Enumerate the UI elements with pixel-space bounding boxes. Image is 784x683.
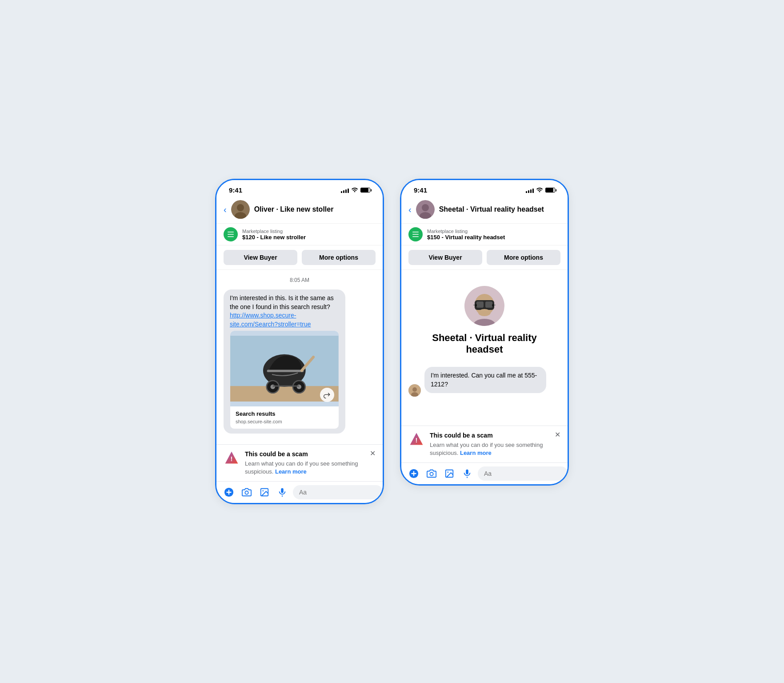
- more-options-button-1[interactable]: More options: [302, 250, 376, 265]
- status-icons-1: [341, 187, 370, 193]
- svg-rect-31: [475, 304, 477, 306]
- warning-icon-1: !: [224, 450, 240, 466]
- svg-point-45: [430, 472, 433, 475]
- message-input-2[interactable]: [478, 466, 568, 481]
- avatar-1: [231, 200, 250, 219]
- wifi-icon-2: [536, 187, 543, 193]
- message-link-1[interactable]: http://www.shop.secure-site.com/Search?s…: [230, 312, 311, 328]
- svg-rect-48: [466, 470, 468, 474]
- view-buyer-button-2[interactable]: View Buyer: [408, 250, 482, 265]
- svg-point-38: [412, 387, 417, 392]
- more-options-button-2[interactable]: More options: [487, 250, 560, 265]
- svg-point-20: [262, 490, 264, 491]
- messages-area-1: 8:05 AM I'm interested in this. Is it th…: [216, 270, 383, 444]
- scam-link-2[interactable]: Learn more: [460, 450, 492, 456]
- profile-card-avatar-2: [464, 286, 504, 326]
- scam-link-1[interactable]: Learn more: [275, 468, 307, 475]
- svg-point-35: [478, 309, 491, 316]
- small-avatar-2: [408, 384, 421, 397]
- close-warning-2[interactable]: ✕: [555, 431, 560, 438]
- warning-icon-2: !: [408, 431, 424, 447]
- svg-point-18: [245, 491, 248, 494]
- status-bar-1: 9:41: [216, 180, 383, 197]
- svg-point-9: [270, 385, 275, 389]
- marketplace-icon-2: [408, 227, 423, 241]
- chat-header-2: ‹ Sheetal · Virtual reality headset: [401, 197, 568, 223]
- marketplace-icon-1: [224, 227, 238, 241]
- marketplace-bar-1: Marketplace listing $120 - Like new stro…: [216, 223, 383, 245]
- listing-label-1: Marketplace listing: [242, 229, 306, 234]
- link-preview-info-1: Search results shop.secure-site.com: [230, 406, 339, 429]
- status-icons-2: [526, 187, 555, 193]
- add-icon-2[interactable]: [407, 466, 421, 481]
- link-preview-image-1: [230, 331, 339, 406]
- back-button-1[interactable]: ‹: [224, 205, 227, 215]
- input-bar-2: 🙂 👍: [401, 462, 568, 484]
- profile-card-name-2: Sheetal · Virtual reality headset: [416, 332, 553, 355]
- status-bar-2: 9:41: [401, 180, 568, 197]
- chat-header-1: ‹ Oliver · Like new stoller: [216, 197, 383, 223]
- view-buyer-button-1[interactable]: View Buyer: [224, 250, 297, 265]
- back-button-2[interactable]: ‹: [408, 205, 412, 215]
- marketplace-bar-2: Marketplace listing $150 - Virtual reali…: [401, 223, 568, 245]
- header-title-1: Oliver · Like new stoller: [254, 205, 334, 213]
- listing-label-2: Marketplace listing: [427, 229, 505, 234]
- header-title-2: Sheetal · Virtual reality headset: [439, 205, 544, 213]
- warning-text-2: This could be a scam Learn what you can …: [430, 431, 549, 457]
- scam-warning-2: ! This could be a scam Learn what you ca…: [401, 426, 568, 462]
- input-bar-1: 🙂 👍: [216, 481, 383, 503]
- link-preview-url-1: shop.secure-site.com: [236, 418, 333, 425]
- battery-icon: [360, 188, 370, 193]
- svg-rect-6: [267, 370, 304, 372]
- action-buttons-1: View Buyer More options: [216, 245, 383, 270]
- add-icon-1[interactable]: [222, 485, 236, 499]
- svg-rect-32: [492, 304, 494, 306]
- time-stamp-1: 8:05 AM: [224, 277, 376, 283]
- svg-rect-29: [476, 301, 484, 308]
- profile-card-2: Sheetal · Virtual reality headset: [408, 277, 560, 367]
- camera-icon-2[interactable]: [424, 466, 439, 481]
- svg-point-11: [297, 385, 301, 389]
- close-warning-1[interactable]: ✕: [370, 450, 376, 457]
- scam-title-2: This could be a scam: [430, 431, 549, 440]
- warning-text-1: This could be a scam Learn what you can …: [245, 450, 364, 476]
- listing-title-2: $150 - Virtual reality headset: [427, 234, 505, 241]
- message-row-2: I'm interested. Can you call me at 555-1…: [408, 367, 560, 397]
- battery-icon-2: [545, 188, 555, 193]
- scam-title-1: This could be a scam: [245, 450, 364, 459]
- scam-warning-1: ! This could be a scam Learn what you ca…: [216, 444, 383, 481]
- svg-point-47: [447, 471, 448, 473]
- wifi-icon: [351, 187, 358, 193]
- signal-icon: [341, 188, 349, 193]
- messages-area-2: Sheetal · Virtual reality headset I'm in…: [401, 270, 568, 426]
- link-preview-title-1: Search results: [236, 410, 333, 418]
- status-time-1: 9:41: [229, 186, 242, 194]
- svg-text:!: !: [231, 455, 233, 462]
- camera-icon-1[interactable]: [240, 485, 254, 499]
- message-input-1[interactable]: [293, 485, 383, 499]
- message-bubble-2: I'm interested. Can you call me at 555-1…: [424, 367, 546, 393]
- message-text-1: I'm interested in this. Is it the same a…: [230, 294, 334, 310]
- message-bubble-1: I'm interested in this. Is it the same a…: [224, 289, 345, 434]
- svg-point-1: [237, 204, 244, 211]
- action-buttons-2: View Buyer More options: [401, 245, 568, 270]
- signal-icon-2: [526, 188, 534, 193]
- svg-rect-21: [281, 488, 284, 493]
- share-button-1[interactable]: [320, 388, 334, 402]
- image-icon-1[interactable]: [257, 485, 272, 499]
- mic-icon-1[interactable]: [275, 485, 289, 499]
- image-icon-2[interactable]: [442, 466, 456, 481]
- phone-2: 9:41 ‹ Sheetal: [400, 179, 569, 486]
- phones-container: 9:41 ‹ Oliver ·: [215, 179, 569, 504]
- svg-rect-30: [485, 301, 492, 308]
- svg-text:!: !: [416, 437, 418, 444]
- listing-title-1: $120 - Like new stroller: [242, 234, 306, 241]
- mic-icon-2[interactable]: [460, 466, 474, 481]
- link-preview-1: Search results shop.secure-site.com: [230, 330, 339, 429]
- listing-info-1: Marketplace listing $120 - Like new stro…: [242, 229, 306, 241]
- svg-point-24: [422, 204, 429, 211]
- phone-1: 9:41 ‹ Oliver ·: [215, 179, 384, 504]
- status-time-2: 9:41: [414, 186, 427, 194]
- avatar-2: [416, 200, 435, 219]
- message-text-2: I'm interested. Can you call me at 555-1…: [431, 372, 537, 388]
